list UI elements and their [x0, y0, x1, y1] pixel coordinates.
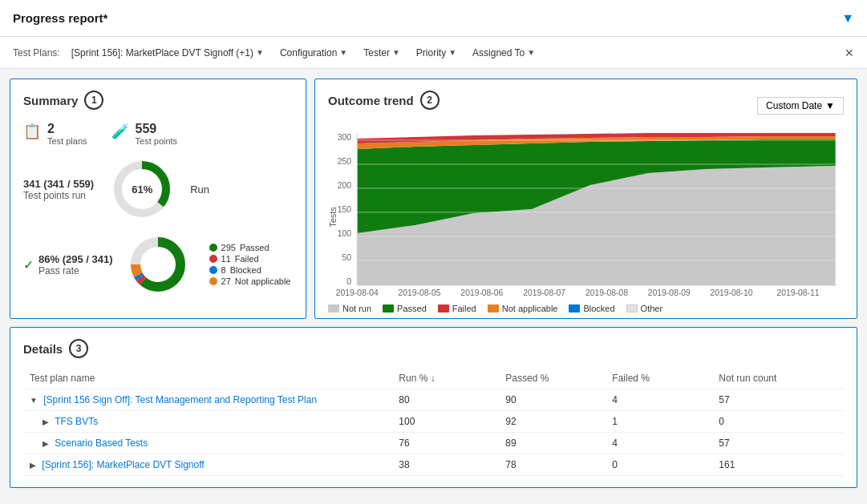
trend-card: Outcome trend 2 Custom Date ▼ 300 250 20… — [314, 79, 857, 319]
test-plans-label: Test plans — [47, 136, 87, 146]
tester-caret: ▼ — [392, 48, 400, 57]
details-header: Details 3 — [23, 339, 844, 358]
failed-legend: 11 Failed — [209, 254, 291, 264]
test-points-label: Test points — [136, 136, 178, 146]
svg-text:250: 250 — [338, 157, 352, 166]
svg-text:50: 50 — [342, 253, 352, 262]
test-points-stat: 🧪 559 Test points — [111, 121, 178, 146]
summary-badge: 1 — [84, 91, 103, 110]
svg-text:200: 200 — [338, 181, 352, 190]
priority-filter[interactable]: Priority ▼ — [411, 46, 461, 60]
row2-expand-icon[interactable]: ▶ — [43, 417, 49, 426]
svg-text:0: 0 — [346, 277, 351, 286]
row3-expand-icon[interactable]: ▶ — [43, 439, 49, 448]
test-points-run-row: 341 (341 / 559) Test points run 61% Run — [23, 157, 293, 221]
not-applicable-value: 27 — [221, 276, 231, 286]
row4-expand-icon[interactable]: ▶ — [30, 461, 36, 470]
failed-trend-legend-box — [438, 304, 449, 312]
not-applicable-trend-legend-entry: Not applicable — [488, 304, 558, 313]
col-header-run: Run % ↓ — [392, 369, 499, 389]
blocked-legend: 8 Blocked — [209, 265, 291, 275]
svg-text:300: 300 — [338, 133, 352, 142]
configuration-filter[interactable]: Configuration ▼ — [275, 46, 352, 60]
row4-name-link[interactable]: [Sprint 156]: MarketPlace DVT Signoff — [42, 459, 204, 470]
row4-passed: 78 — [499, 454, 606, 476]
svg-text:2019-08-08: 2019-08-08 — [585, 288, 628, 297]
test-plans-value: 2 — [47, 121, 87, 136]
test-plan-caret: ▼ — [256, 48, 264, 57]
pass-rate-donut — [126, 232, 190, 296]
test-points-run-value: 341 (341 / 559) — [23, 178, 94, 190]
svg-text:2019-08-04: 2019-08-04 — [336, 288, 379, 297]
run-donut-chart: 61% — [110, 157, 174, 221]
blocked-trend-legend-entry: Blocked — [569, 304, 614, 313]
test-plan-filter[interactable]: [Sprint 156]: MarketPlace DVT Signoff (+… — [67, 46, 269, 60]
trend-title: Outcome trend 2 — [328, 91, 440, 110]
not-run-legend-label: Not run — [342, 304, 371, 313]
row1-expand-icon[interactable]: ▼ — [30, 396, 38, 405]
row1-passed: 90 — [499, 389, 606, 411]
other-trend-legend-box — [626, 304, 638, 312]
row1-name-link[interactable]: [Sprint 156 Sign Off]: Test Management a… — [43, 394, 317, 405]
assigned-to-filter[interactable]: Assigned To ▼ — [468, 46, 540, 60]
row3-name: ▶ Scenario Based Tests — [23, 433, 392, 454]
passed-value: 295 — [221, 243, 236, 252]
configuration-caret: ▼ — [339, 48, 347, 57]
details-title: Details 3 — [23, 339, 844, 358]
blocked-trend-legend-box — [569, 304, 580, 312]
svg-text:2019-08-10: 2019-08-10 — [710, 288, 752, 297]
failed-dot — [209, 255, 217, 263]
summary-card: Summary 1 📋 2 Test plans 🧪 559 — [10, 79, 306, 319]
col-header-name: Test plan name — [23, 369, 392, 389]
test-points-icon: 🧪 — [111, 123, 129, 140]
pass-rate-legend: 295 Passed 11 Failed 8 Blocked — [209, 243, 291, 286]
row2-run: 100 — [392, 411, 499, 433]
failed-label: Failed — [235, 254, 259, 264]
blocked-dot — [209, 266, 217, 274]
row2-name: ▶ TFS BVTs — [23, 411, 392, 433]
other-trend-legend-entry: Other — [626, 304, 663, 313]
table-header-row: Test plan name Run % ↓ Passed % Failed %… — [23, 369, 844, 389]
details-badge: 3 — [69, 339, 88, 358]
table-row: ▼ [Sprint 156 Sign Off]: Test Management… — [23, 389, 844, 411]
row3-run: 76 — [392, 433, 499, 454]
row1-failed: 4 — [606, 389, 712, 411]
outcome-trend-chart: 300 250 200 150 100 50 0 Tests — [328, 129, 844, 297]
svg-text:2019-08-07: 2019-08-07 — [523, 288, 565, 297]
passed-legend: 295 Passed — [209, 243, 291, 252]
trend-svg: 300 250 200 150 100 50 0 Tests — [328, 129, 844, 297]
failed-trend-legend-label: Failed — [452, 304, 476, 313]
tester-filter[interactable]: Tester ▼ — [359, 46, 405, 60]
filter-icon[interactable]: ▼ — [841, 11, 854, 26]
pass-rate-value: 86% (295 / 341) — [38, 253, 113, 265]
svg-text:150: 150 — [338, 205, 352, 214]
not-applicable-label: Not applicable — [235, 276, 291, 286]
passed-label: Passed — [240, 243, 269, 252]
not-applicable-trend-legend-label: Not applicable — [502, 304, 558, 313]
filter-label: Test Plans: — [13, 47, 60, 58]
table-row: ▶ TFS BVTs 100 92 1 0 — [23, 411, 844, 433]
row4-run: 38 — [392, 454, 499, 476]
row4-failed: 0 — [606, 454, 712, 476]
trend-header: Outcome trend 2 Custom Date ▼ — [328, 91, 844, 121]
row2-name-link[interactable]: TFS BVTs — [55, 416, 98, 427]
summary-stats-row: 📋 2 Test plans 🧪 559 Test points — [23, 121, 293, 146]
pass-rate-label: Pass rate — [38, 265, 113, 276]
svg-text:Tests: Tests — [328, 207, 338, 228]
blocked-trend-legend-label: Blocked — [583, 304, 614, 313]
row1-name: ▼ [Sprint 156 Sign Off]: Test Management… — [23, 389, 392, 411]
row3-failed: 4 — [606, 433, 712, 454]
row2-passed: 92 — [499, 411, 606, 433]
assigned-to-caret: ▼ — [527, 48, 535, 57]
row3-name-link[interactable]: Scenario Based Tests — [55, 437, 148, 449]
close-filter-button[interactable]: ✕ — [845, 46, 854, 59]
svg-text:2019-08-11: 2019-08-11 — [776, 288, 819, 297]
other-trend-legend-label: Other — [641, 304, 663, 313]
row2-failed: 1 — [606, 411, 712, 433]
not-applicable-dot — [209, 277, 217, 285]
row1-notrun: 57 — [712, 389, 844, 411]
custom-date-button[interactable]: Custom Date ▼ — [757, 97, 844, 115]
app-bar: Progress report* ▼ — [0, 0, 867, 37]
col-header-notrun: Not run count — [712, 369, 844, 389]
details-card: Details 3 Test plan name Run % ↓ Passed … — [10, 327, 857, 488]
